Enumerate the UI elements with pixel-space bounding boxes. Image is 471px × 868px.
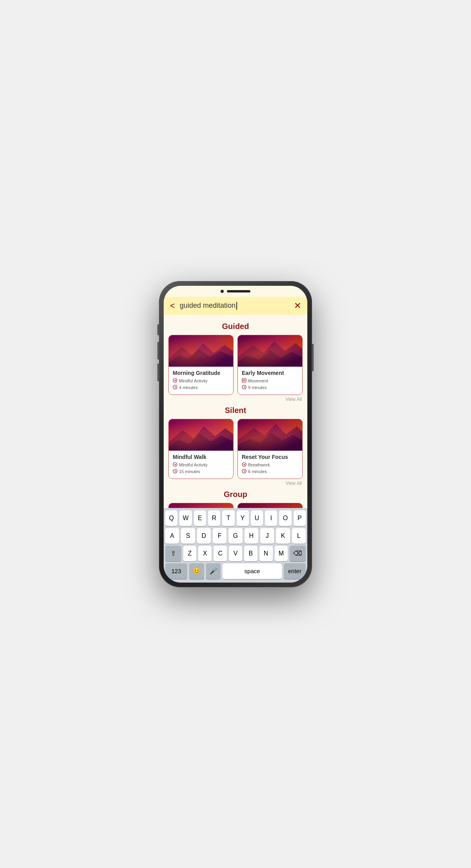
category-text-morning: Mindful Activity bbox=[179, 378, 208, 383]
svg-point-19 bbox=[199, 439, 233, 451]
svg-line-16 bbox=[244, 387, 245, 388]
search-input-area[interactable]: guided meditation bbox=[180, 302, 289, 310]
card-body-morning-gratitude: Morning Gratitude Mindful Activity bbox=[169, 367, 233, 395]
category-text-mindful-walk: Mindful Activity bbox=[179, 462, 208, 467]
camera-dot bbox=[221, 290, 224, 293]
svg-rect-32 bbox=[169, 503, 233, 508]
key-m[interactable]: M bbox=[275, 546, 288, 561]
volume-up-button[interactable] bbox=[157, 342, 159, 360]
card-meta-duration-morning: 4 minutes bbox=[173, 385, 229, 390]
key-l[interactable]: L bbox=[292, 528, 306, 544]
card-meta-category-movement: Movement bbox=[242, 378, 298, 384]
key-mic[interactable]: 🎤 bbox=[206, 563, 221, 579]
card-mindful-walk[interactable]: Mindful Walk Mindful Activity bbox=[168, 419, 234, 479]
card-group-1[interactable] bbox=[168, 503, 234, 508]
svg-rect-17 bbox=[169, 419, 233, 451]
key-c[interactable]: C bbox=[214, 546, 227, 561]
group-cards-row bbox=[168, 503, 303, 508]
key-y[interactable]: Y bbox=[237, 510, 249, 526]
key-k[interactable]: K bbox=[276, 528, 290, 544]
card-morning-gratitude[interactable]: Morning Gratitude Mindful Activity bbox=[168, 335, 234, 395]
phone-screen: < guided meditation ✕ Guided bbox=[164, 286, 307, 583]
mountain-svg-3 bbox=[169, 419, 233, 451]
card-meta-duration-movement: 9 minutes bbox=[242, 385, 298, 390]
key-n[interactable]: N bbox=[259, 546, 273, 561]
key-t[interactable]: T bbox=[222, 510, 234, 526]
card-group-2[interactable] bbox=[237, 503, 303, 508]
card-body-early-movement: Early Movement Movement bbox=[238, 367, 302, 395]
volume-down-button[interactable] bbox=[157, 364, 159, 381]
mountain-svg-1 bbox=[169, 335, 233, 367]
key-i[interactable]: I bbox=[265, 510, 277, 526]
svg-line-7 bbox=[175, 387, 176, 388]
back-button[interactable]: < bbox=[170, 302, 175, 310]
key-q[interactable]: Q bbox=[165, 510, 177, 526]
card-title-morning-gratitude: Morning Gratitude bbox=[173, 370, 229, 376]
key-s[interactable]: S bbox=[181, 528, 195, 544]
phone-device: < guided meditation ✕ Guided bbox=[159, 281, 312, 587]
category-text-reset-focus: Breathwork bbox=[248, 462, 270, 467]
search-text: guided meditation bbox=[180, 302, 236, 310]
card-reset-focus[interactable]: Reset Your Focus Breathwork bbox=[237, 419, 303, 479]
svg-line-24 bbox=[175, 471, 176, 472]
category-icon-mindful-walk bbox=[173, 462, 177, 468]
text-cursor bbox=[236, 302, 237, 310]
search-bar: < guided meditation ✕ bbox=[164, 297, 307, 315]
key-emoji[interactable]: 😊 bbox=[189, 563, 204, 579]
card-early-movement[interactable]: Early Movement Movement bbox=[237, 335, 303, 395]
svg-line-31 bbox=[244, 471, 245, 472]
key-d[interactable]: D bbox=[197, 528, 211, 544]
key-e[interactable]: E bbox=[194, 510, 206, 526]
key-v[interactable]: V bbox=[229, 546, 242, 561]
card-image-reset-focus bbox=[238, 419, 302, 451]
power-button[interactable] bbox=[312, 344, 314, 371]
silent-cards-row: Mindful Walk Mindful Activity bbox=[168, 419, 303, 479]
content-area: Guided bbox=[164, 315, 307, 508]
key-space[interactable]: space bbox=[223, 563, 281, 579]
key-u[interactable]: U bbox=[251, 510, 263, 526]
category-icon-movement bbox=[242, 378, 246, 384]
svg-marker-28 bbox=[244, 464, 245, 465]
close-button[interactable]: ✕ bbox=[294, 301, 301, 311]
card-body-reset-focus: Reset Your Focus Breathwork bbox=[238, 451, 302, 479]
view-all-silent[interactable]: View All bbox=[168, 481, 303, 486]
card-meta-duration-mindful-walk: 15 minutes bbox=[173, 469, 229, 474]
key-b[interactable]: B bbox=[244, 546, 257, 561]
key-j[interactable]: J bbox=[260, 528, 274, 544]
svg-rect-33 bbox=[238, 503, 302, 508]
key-w[interactable]: W bbox=[179, 510, 192, 526]
key-shift[interactable]: ⇧ bbox=[165, 546, 181, 561]
section-title-guided: Guided bbox=[168, 322, 303, 331]
duration-text-movement: 9 minutes bbox=[248, 385, 267, 390]
key-p[interactable]: P bbox=[294, 510, 306, 526]
svg-marker-4 bbox=[175, 380, 176, 381]
section-title-group: Group bbox=[168, 490, 303, 499]
duration-text-morning: 4 minutes bbox=[179, 385, 198, 390]
category-text-movement: Movement bbox=[248, 378, 268, 383]
app-screen: < guided meditation ✕ Guided bbox=[164, 286, 307, 583]
key-enter[interactable]: enter bbox=[284, 563, 306, 579]
svg-point-1 bbox=[169, 355, 212, 367]
key-h[interactable]: H bbox=[245, 528, 258, 544]
keyboard: Q W E R T Y U I O P A S D F G bbox=[164, 508, 307, 583]
svg-rect-0 bbox=[169, 335, 233, 367]
category-icon-reset-focus bbox=[242, 462, 246, 468]
key-g[interactable]: G bbox=[228, 528, 242, 544]
svg-point-26 bbox=[238, 436, 300, 451]
key-r[interactable]: R bbox=[208, 510, 220, 526]
time-icon-movement bbox=[242, 385, 246, 390]
guided-cards-row: Morning Gratitude Mindful Activity bbox=[168, 335, 303, 395]
key-o[interactable]: O bbox=[279, 510, 291, 526]
card-image-group-2 bbox=[238, 503, 302, 508]
card-image-morning-gratitude bbox=[169, 335, 233, 367]
key-123[interactable]: 123 bbox=[165, 563, 187, 579]
mute-button[interactable] bbox=[157, 324, 159, 335]
key-x[interactable]: X bbox=[198, 546, 212, 561]
key-z[interactable]: Z bbox=[183, 546, 197, 561]
time-icon-morning bbox=[173, 385, 177, 390]
view-all-guided[interactable]: View All bbox=[168, 397, 303, 402]
key-a[interactable]: A bbox=[165, 528, 179, 544]
mountain-svg-6 bbox=[238, 503, 302, 508]
key-backspace[interactable]: ⌫ bbox=[290, 546, 306, 561]
key-f[interactable]: F bbox=[213, 528, 226, 544]
